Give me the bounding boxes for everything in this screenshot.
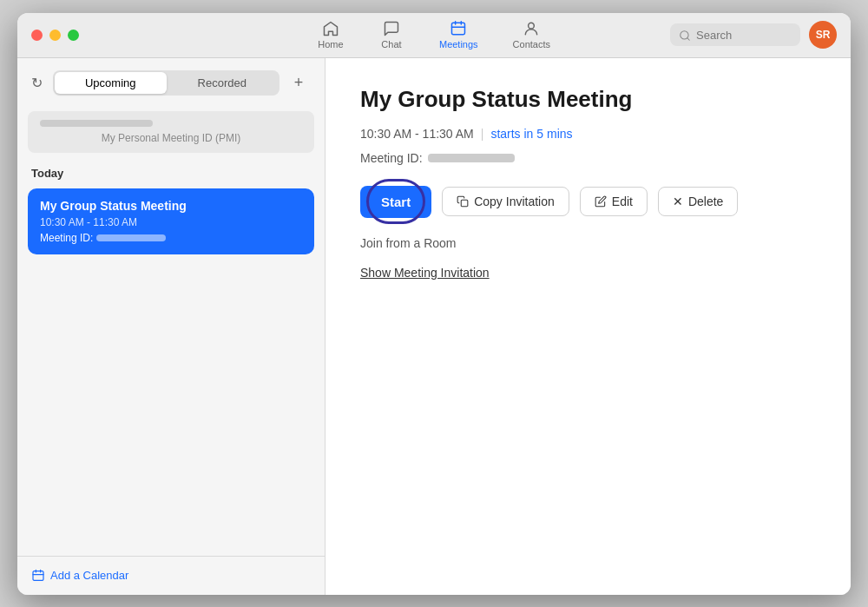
tab-home-label: Home <box>318 39 343 49</box>
detail-panel: My Group Status Meeting 10:30 AM - 11:30… <box>326 58 851 595</box>
time-separator: | <box>481 127 484 141</box>
app-window: Home Chat Meetings Contacts <box>17 13 851 595</box>
meeting-time: 10:30 AM - 11:30 AM <box>360 127 474 141</box>
refresh-button[interactable]: ↻ <box>31 75 43 91</box>
meeting-item-id: Meeting ID: <box>40 232 302 244</box>
tab-home[interactable]: Home <box>300 16 361 53</box>
home-icon <box>322 20 339 37</box>
meetings-icon <box>450 20 467 37</box>
delete-button[interactable]: ✕ Delete <box>658 187 738 216</box>
sidebar-header: ↻ Upcoming Recorded + <box>17 58 325 104</box>
maximize-button[interactable] <box>68 30 79 41</box>
add-calendar-label: Add a Calendar <box>50 569 128 582</box>
personal-meeting-item[interactable]: My Personal Meeting ID (PMI) <box>28 111 314 153</box>
search-icon <box>679 27 691 43</box>
add-calendar-button[interactable]: Add a Calendar <box>17 556 325 595</box>
avatar: SR <box>809 21 837 49</box>
add-meeting-button[interactable]: + <box>286 70 311 95</box>
tab-chat-label: Chat <box>381 39 401 49</box>
join-from-room-link[interactable]: Join from a Room <box>360 236 456 250</box>
titlebar-right: SR <box>670 21 837 49</box>
show-invitation-link[interactable]: Show Meeting Invitation <box>360 266 490 280</box>
plus-icon: + <box>294 74 304 92</box>
starts-soon-badge: starts in 5 mins <box>490 127 572 141</box>
sidebar: ↻ Upcoming Recorded + My Personal Meetin… <box>17 58 326 595</box>
svg-rect-4 <box>461 200 468 207</box>
edit-label: Edit <box>612 195 633 208</box>
calendar-icon <box>31 569 45 583</box>
delete-icon: ✕ <box>673 195 683 208</box>
traffic-lights <box>31 30 79 41</box>
main-content: ↻ Upcoming Recorded + My Personal Meetin… <box>17 58 851 595</box>
meeting-item-time: 10:30 AM - 11:30 AM <box>40 216 302 228</box>
meeting-id-label: Meeting ID: <box>40 232 93 244</box>
join-from-room-row: Join from a Room <box>360 235 816 251</box>
delete-label: Delete <box>688 195 723 208</box>
close-button[interactable] <box>31 30 43 41</box>
recorded-tab[interactable]: Recorded <box>167 72 279 94</box>
titlebar: Home Chat Meetings Contacts <box>17 13 851 58</box>
upcoming-tab[interactable]: Upcoming <box>55 72 167 94</box>
tab-meetings[interactable]: Meetings <box>422 16 496 53</box>
tab-contacts[interactable]: Contacts <box>496 16 568 53</box>
tab-meetings-label: Meetings <box>439 39 478 49</box>
detail-meeting-id-row: Meeting ID: <box>360 151 816 165</box>
edit-icon <box>595 195 607 208</box>
search-bar[interactable] <box>670 23 800 46</box>
svg-rect-0 <box>452 23 465 34</box>
copy-invitation-label: Copy Invitation <box>474 195 555 208</box>
edit-button[interactable]: Edit <box>580 187 648 216</box>
meeting-item-title: My Group Status Meeting <box>40 199 302 213</box>
today-section-label: Today <box>17 160 325 185</box>
meeting-detail-title: My Group Status Meeting <box>360 86 816 113</box>
meeting-id-blur <box>428 154 515 162</box>
copy-icon <box>457 195 469 208</box>
chat-icon <box>383 20 400 37</box>
tab-group: Upcoming Recorded <box>53 70 279 96</box>
svg-rect-3 <box>33 571 43 580</box>
search-input[interactable] <box>696 29 792 42</box>
show-invitation-row: Show Meeting Invitation <box>360 265 816 280</box>
tab-chat[interactable]: Chat <box>361 16 422 53</box>
contacts-icon <box>523 20 540 37</box>
detail-time-row: 10:30 AM - 11:30 AM | starts in 5 mins <box>360 127 816 141</box>
start-btn-wrapper: Start <box>360 186 431 218</box>
personal-meeting-id-bar <box>40 120 153 127</box>
tab-contacts-label: Contacts <box>513 39 550 49</box>
start-button[interactable]: Start <box>360 186 431 218</box>
meeting-id-text: Meeting ID: <box>360 151 423 165</box>
minimize-button[interactable] <box>49 30 61 41</box>
copy-invitation-button[interactable]: Copy Invitation <box>442 187 569 216</box>
nav-tabs: Home Chat Meetings Contacts <box>300 16 568 53</box>
svg-point-1 <box>529 23 535 29</box>
personal-meeting-label: My Personal Meeting ID (PMI) <box>40 132 302 144</box>
list-item[interactable]: My Group Status Meeting 10:30 AM - 11:30… <box>28 188 314 254</box>
meeting-id-value-bar <box>96 234 166 241</box>
action-row: Start Copy Invitation Edit ✕ Delete <box>360 186 816 218</box>
